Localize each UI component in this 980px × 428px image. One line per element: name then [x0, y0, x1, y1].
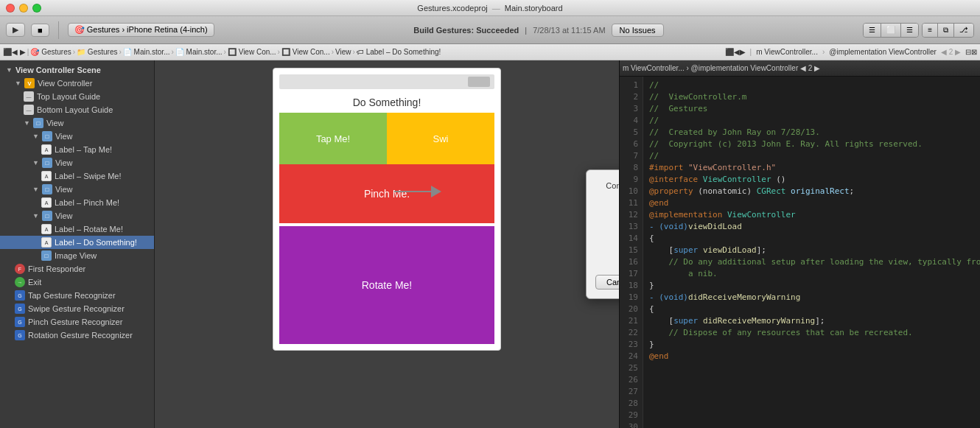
bc-editor-controls[interactable]: ⊟⊠	[965, 48, 977, 56]
bc-item-1[interactable]: 📁 Gestures	[77, 48, 117, 56]
code-line-13: @property (nonatomic) CGRect originalRec…	[649, 186, 974, 197]
nav-item-pinch-gesture[interactable]: G Pinch Gesture Recognizer	[0, 315, 154, 329]
nav-item-vc[interactable]: ▼ V View Controller	[0, 77, 154, 90]
view-tap-expand[interactable]: ▼	[32, 133, 39, 140]
tap-block-label: Tap Me!	[316, 133, 350, 144]
nav-item-view-tap[interactable]: ▼ □ View	[0, 130, 154, 143]
nav-bottom-guide-label: Bottom Layout Guide	[37, 105, 113, 114]
line-num: 13	[624, 221, 638, 233]
bc-item-6[interactable]: View	[335, 48, 351, 56]
editor-mode-group: ≡ ⧉ ⎇	[922, 23, 974, 38]
view-swipe-expand[interactable]: ▼	[32, 159, 39, 166]
close-button[interactable]	[6, 4, 15, 13]
bc-item-4[interactable]: 🔲 View Con...	[228, 48, 276, 56]
line-num: 5	[624, 127, 638, 138]
traffic-lights[interactable]	[6, 4, 41, 13]
stop-button[interactable]: ■	[31, 24, 49, 37]
nav-item-label-rotate[interactable]: A Label – Rotate Me!	[0, 222, 154, 236]
nav-item-view-swipe[interactable]: ▼ □ View	[0, 156, 154, 169]
nav-item-label-swipe[interactable]: A Label – Swipe Me!	[0, 169, 154, 183]
nav-item-top-guide[interactable]: — Top Layout Guide	[0, 90, 154, 103]
view-rotate-expand[interactable]: ▼	[32, 212, 39, 220]
nav-label-dosomething: Label – Do Something!	[55, 238, 137, 247]
code-line-11: @interface ViewController ()	[649, 174, 974, 186]
tap-block[interactable]: Tap Me!	[279, 113, 387, 164]
view-pinch-expand[interactable]: ▼	[32, 186, 39, 193]
play-button[interactable]: ▶	[6, 23, 25, 37]
code-line-22b: a nib.	[649, 268, 974, 280]
nav-section-title: ▼ View Controller Scene	[0, 63, 154, 77]
code-content: 1 2 3 4 5 6 7 8 9 10 11 12 13 14 15 16 1…	[620, 77, 980, 428]
nav-item-imageview[interactable]: □ Image View	[0, 249, 154, 262]
bc-item-5[interactable]: 🔲 View Con...	[281, 48, 330, 56]
nav-item-view-pinch[interactable]: ▼ □ View	[0, 183, 154, 196]
bc-nav-arrows[interactable]: ◀ ▶	[12, 48, 26, 56]
nav-item-label-dosomething[interactable]: A Label – Do Something!	[0, 236, 154, 249]
storyboard-arrow	[394, 186, 441, 197]
storage-field-label: Storage	[595, 256, 619, 265]
main-content: ▼ View Controller Scene ▼ V View Control…	[0, 60, 980, 428]
debug-toggle[interactable]: ⬜	[881, 24, 901, 37]
bc-item-7[interactable]: 🏷 Label – Do Something!	[357, 48, 441, 56]
view-toggle-group: ☰ ⬜ ☰	[863, 23, 919, 38]
rotate-block[interactable]: Rotate Me!	[279, 226, 494, 344]
line-num: 24	[624, 351, 638, 362]
tap-gesture-icon: G	[15, 290, 25, 301]
nav-item-view-root[interactable]: ▼ □ View	[0, 116, 154, 130]
line-num: 29	[624, 410, 638, 421]
vc-icon: V	[24, 78, 35, 88]
nav-item-view-rotate[interactable]: ▼ □ View	[0, 209, 154, 222]
fr-icon: F	[15, 264, 25, 274]
nav-item-label-pinch[interactable]: A Label – Pinch Me!	[0, 196, 154, 209]
nav-section-expand[interactable]: ▼	[6, 66, 13, 74]
line-num: 10	[624, 186, 638, 197]
rotate-block-label: Rotate Me!	[362, 279, 412, 291]
maximize-button[interactable]	[32, 4, 41, 13]
swipe-block-label: Swi	[433, 133, 449, 144]
navigator-toggle[interactable]: ☰	[864, 24, 881, 37]
nav-item-swipe-gesture[interactable]: G Swipe Gesture Recognizer	[0, 302, 154, 315]
code-line-21: [super viewDidLoad];	[649, 245, 974, 256]
device-button	[468, 77, 490, 87]
bc-editor-nav[interactable]: ⬛◀▶	[725, 48, 746, 56]
popover-buttons: Cancel Connect	[595, 275, 619, 290]
title-separator: —	[492, 4, 500, 13]
line-num: 27	[624, 386, 638, 398]
nav-item-first-responder[interactable]: F First Responder	[0, 262, 154, 276]
code-line-26: {	[649, 304, 974, 315]
titlebar-center: Gestures.xcodeproj — Main.storyboard	[417, 4, 562, 13]
nav-item-tap-gesture[interactable]: G Tap Gesture Recognizer	[0, 289, 154, 302]
line-num: 14	[624, 233, 638, 245]
nav-item-exit[interactable]: → Exit	[0, 276, 154, 289]
nav-top-guide-label: Top Layout Guide	[37, 92, 100, 101]
bc-item-2[interactable]: 📄 Main.stor...	[123, 48, 170, 56]
source-code[interactable]: // // ViewController.m // Gestures // //…	[643, 77, 980, 428]
bc-item-3[interactable]: 📄 Main.stor...	[175, 48, 223, 56]
swipe-block[interactable]: Swi	[387, 113, 494, 164]
minimize-button[interactable]	[19, 4, 28, 13]
bc-nav-left[interactable]: ⬛	[3, 48, 12, 56]
nav-item-label-tap[interactable]: A Label – Tap Me!	[0, 143, 154, 156]
assistant-editor[interactable]: ⧉	[938, 24, 954, 37]
line-num: 20	[624, 304, 638, 315]
issues-button[interactable]: No Issues	[612, 24, 664, 37]
nav-fr-label: First Responder	[28, 264, 85, 273]
nav-exit-label: Exit	[28, 278, 41, 287]
version-editor[interactable]: ⎇	[954, 24, 973, 37]
cancel-button[interactable]: Cancel	[595, 275, 619, 290]
view-root-expand[interactable]: ▼	[24, 119, 30, 127]
inspector-toggle[interactable]: ☰	[901, 24, 918, 37]
bc-editor-impl[interactable]: @implementation ViewController	[829, 48, 937, 56]
label-rotate-icon: A	[41, 224, 52, 234]
bc-item-0[interactable]: 🎯 Gestures	[30, 48, 71, 56]
titlebar: Gestures.xcodeproj — Main.storyboard	[0, 0, 980, 16]
nav-item-bottom-guide[interactable]: — Bottom Layout Guide	[0, 103, 154, 116]
standard-editor[interactable]: ≡	[923, 24, 938, 37]
pinch-block[interactable]: Pinch Me.	[279, 164, 494, 223]
build-status: Build Gestures: Succeeded | 7/28/13 at 1…	[220, 24, 858, 37]
bc-editor-file[interactable]: m ViewController...	[756, 48, 818, 56]
scheme-selector[interactable]: 🎯 Gestures › iPhone Retina (4-inch)	[68, 23, 214, 37]
vc-expand[interactable]: ▼	[15, 80, 21, 87]
editor-bc-content: m ViewController... › @implementation Vi…	[623, 64, 820, 72]
nav-item-rotation-gesture[interactable]: G Rotation Gesture Recognizer	[0, 329, 154, 342]
